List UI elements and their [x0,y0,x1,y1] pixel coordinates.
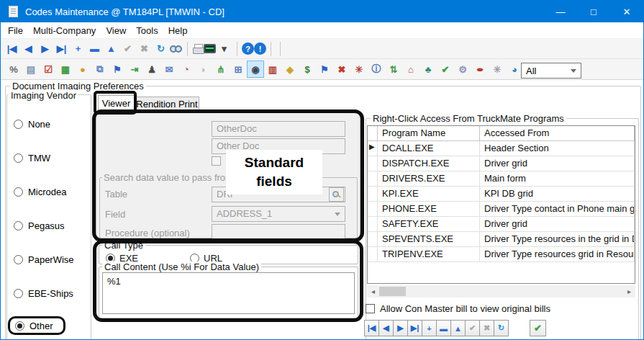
allow-con-master-option[interactable]: Allow Con Master bill to view original b… [366,303,550,314]
tab-viewer[interactable]: Viewer [98,95,135,112]
separator[interactable] [187,42,188,56]
green-check-icon[interactable]: ✔ [437,61,454,78]
call-content-input[interactable]: %1 [102,272,355,314]
vendor-radio-option[interactable]: PaperWise [14,252,74,267]
help-icon[interactable]: ? [242,42,254,55]
invoice-icon[interactable]: $ [299,61,316,78]
car-icon[interactable]: ● [464,61,495,78]
table-row[interactable]: DISPATCH.EXE Driver grid [368,156,635,171]
toll-truck-icon[interactable]: ▥ [264,61,281,78]
vendor-radio-option[interactable]: EBE-Ships [14,286,73,300]
minimize-button[interactable]: — [544,1,577,22]
prior-record-icon[interactable]: ◀ [20,40,37,58]
forward-board-icon[interactable]: ⇥ [126,61,143,78]
doc-info-icon[interactable]: ⓘ [368,61,385,78]
checklist-icon[interactable]: ☑ [40,61,57,78]
separator[interactable] [237,42,237,56]
table-row[interactable]: PHONE.EXE Driver Type contact in Phone m… [368,202,635,217]
nav-next-button[interactable]: ▶ [393,320,408,336]
table-row[interactable]: SAFETY.EXE Driver grid [368,217,635,232]
search-icon[interactable] [169,45,183,53]
maximize-button[interactable]: □ [577,1,610,22]
network-icon[interactable]: ✳ [350,61,368,78]
nav-last-button[interactable]: ▶| [407,320,422,336]
current-row-marker-icon [368,156,378,171]
table-row[interactable]: TRIPENV.EXE Driver Type resources grid i… [368,247,635,262]
delete-record-icon[interactable]: ▬ [86,40,103,58]
menu-item[interactable]: View [101,24,131,37]
nav-cancel-button[interactable]: ✖ [479,320,494,336]
imaging-camera-icon[interactable]: ◉ [247,61,264,78]
menu-item[interactable]: File [3,24,28,37]
program-name-cell: DISPATCH.EXE [378,156,480,171]
box-check-icon[interactable]: ◈ [281,61,299,78]
tree-icon[interactable]: ♣ [419,61,437,78]
sort-shapes-icon[interactable]: ⇅ [385,61,402,78]
menu-item[interactable]: Help [163,24,193,37]
current-row-marker-icon [368,171,378,187]
org-chart-icon[interactable]: ⋔ [212,61,230,78]
table-row[interactable]: DRIVERS.EXE Main form [368,171,635,187]
filter-select[interactable]: All [521,63,581,79]
right-click-access-label: Right-Click Access From TruckMate Progra… [371,113,566,124]
nav-delete-button[interactable]: ▬ [436,320,451,336]
home-icon[interactable]: ⌂ [402,61,419,78]
info-icon[interactable]: ! [254,42,266,55]
gauge-icon[interactable]: ◔ [178,61,195,78]
vendor-radio-option[interactable]: Other [8,316,65,335]
mail-check-icon[interactable]: ✉ [160,61,178,78]
percent-icon[interactable]: % [5,61,22,78]
insert-record-icon[interactable]: + [70,40,86,58]
horizontal-scrollbar[interactable]: ◂ ▸ [367,285,635,298]
vendor-radio-option[interactable]: Microdea [14,184,66,199]
allow-con-master-checkbox[interactable] [366,304,375,313]
scroll-right-icon[interactable]: ▸ [623,285,635,298]
post-edit-icon[interactable]: ✔ [119,40,136,58]
flag2-icon[interactable]: ⚑ [316,61,333,78]
table-row[interactable]: KPI.EXE KPI DB grid [368,187,635,202]
programs-table: Program Name Accessed From ▶ DCALL.EXE H… [367,125,635,284]
menu-item[interactable]: Multi-Company [28,24,101,37]
screen-icon[interactable] [204,44,216,53]
tab-rendition-print[interactable]: Rendition Print [135,97,199,112]
calendar-icon[interactable]: ⊞ [230,61,247,78]
current-row-marker-icon: ▶ [368,141,378,156]
next-record-icon[interactable]: ▶ [37,40,53,58]
last-record-icon[interactable]: ▶| [53,40,70,58]
broken-network-icon[interactable]: ✖ [333,61,350,78]
first-record-icon[interactable]: |◀ [4,40,20,58]
chart-icon[interactable]: ▦ [57,61,74,78]
separator[interactable] [280,42,281,56]
separator[interactable] [271,42,271,56]
cancel-edit-icon[interactable]: ✖ [136,40,153,58]
edit-record-icon[interactable]: ▲ [103,40,119,58]
agent-icon[interactable]: ♟ [143,61,160,78]
money-pouch-icon[interactable]: ● [74,61,91,78]
scrollbar-thumb[interactable] [379,287,406,296]
nav-refresh-button[interactable]: ↻ [494,320,509,336]
menu-item[interactable]: Tools [131,24,163,37]
nav-post-button[interactable]: ✔ [465,320,480,336]
vendor-radio-option[interactable]: Pegasus [14,218,65,233]
report-icon[interactable]: ▤ [22,61,40,78]
nav-edit-button[interactable]: ▲ [450,320,466,336]
table-row[interactable]: ▶ DCALL.EXE Header Section [368,141,635,156]
nav-first-button[interactable]: |◀ [364,320,379,336]
column-program-name[interactable]: Program Name [378,126,480,141]
table-row[interactable]: SPEVENTS.EXE Driver Type resources in th… [368,232,635,247]
copy-check-icon[interactable]: ⧉ [91,61,109,78]
nav-prior-button[interactable]: ◀ [378,320,394,336]
vendor-radio-option[interactable]: None [14,117,50,131]
close-button[interactable]: ✕ [610,1,643,22]
flag-icon[interactable]: ⚑ [109,61,126,78]
screen-dropdown-icon[interactable]: ▾ [216,40,232,58]
commit-button[interactable]: ✔ [530,320,546,336]
current-row-marker-icon [368,202,378,217]
hook-icon[interactable]: ◗ [195,61,212,78]
nav-insert-button[interactable]: + [422,320,437,336]
scroll-left-icon[interactable]: ◂ [367,285,379,298]
print-icon[interactable] [192,44,204,53]
refresh-icon[interactable]: ↻ [153,40,169,58]
vendor-radio-option[interactable]: TMW [14,151,50,165]
column-accessed-from[interactable]: Accessed From [480,126,635,141]
